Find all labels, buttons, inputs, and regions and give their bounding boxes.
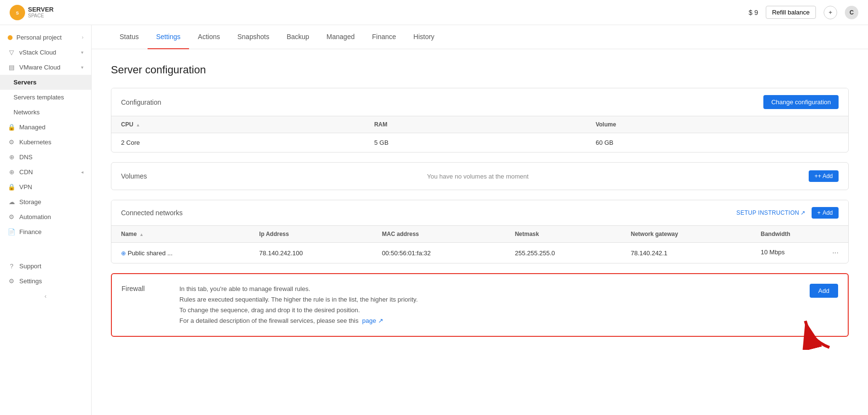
- firewall-add-area: Add: [810, 284, 838, 298]
- sidebar-item-personal-project[interactable]: Personal project ›: [0, 30, 91, 45]
- col-ram: RAM: [365, 116, 586, 133]
- tab-managed[interactable]: Managed: [318, 25, 363, 49]
- col-gateway: Network gateway: [621, 226, 751, 243]
- sidebar-storage-label: Storage: [19, 198, 41, 206]
- firewall-desc-line4: For a detailed description of the firewa…: [179, 316, 800, 326]
- sidebar-collapse-button[interactable]: ‹: [0, 289, 91, 304]
- sidebar-item-networks[interactable]: Networks: [0, 105, 91, 120]
- sidebar-item-vmware[interactable]: ▤ VMware Cloud ▾: [0, 60, 91, 75]
- vstack-chevron-icon: ▾: [81, 50, 83, 55]
- sidebar-item-support[interactable]: ? Support: [0, 259, 91, 274]
- sidebar-item-vstack[interactable]: ▽ vStack Cloud ▾: [0, 45, 91, 60]
- support-icon: ?: [8, 263, 15, 270]
- sidebar-finance-label: Finance: [19, 228, 41, 235]
- networks-card-body: Name ▲ Ip Address MAC address Netmask Ne…: [111, 226, 848, 263]
- sidebar-settings-label: Settings: [19, 277, 42, 285]
- firewall-desc-line1: In this tab, you're able to manage firew…: [179, 284, 800, 294]
- setup-instruction-link[interactable]: SETUP INSTRUCTION ↗: [736, 209, 806, 216]
- tabs-bar: Status Settings Actions Snapshots Backup…: [92, 25, 868, 49]
- sidebar-networks-label: Networks: [14, 109, 40, 116]
- networks-add-button[interactable]: + Add: [812, 207, 839, 219]
- vstack-icon: ▽: [8, 49, 15, 56]
- firewall-add-button[interactable]: Add: [810, 284, 838, 298]
- sidebar-item-storage[interactable]: ☁ Storage: [0, 194, 91, 209]
- sidebar-item-automation[interactable]: ⚙ Automation: [0, 209, 91, 224]
- tab-settings[interactable]: Settings: [148, 25, 190, 49]
- networks-header-actions: SETUP INSTRUCTION ↗ + Add: [736, 207, 839, 219]
- sidebar-item-dns[interactable]: ⊕ DNS: [0, 150, 91, 165]
- ram-value: 5 GB: [365, 133, 586, 152]
- sidebar-vstack-label: vStack Cloud: [19, 49, 56, 56]
- tab-actions[interactable]: Actions: [189, 25, 229, 49]
- volumes-add-button[interactable]: + + Add: [809, 170, 839, 182]
- col-ip: Ip Address: [250, 226, 372, 243]
- tab-history[interactable]: History: [405, 25, 443, 49]
- page-content: Server configuration Configuration Chang…: [92, 49, 868, 361]
- tab-finance[interactable]: Finance: [363, 25, 405, 49]
- col-mac: MAC address: [372, 226, 505, 243]
- row-menu-icon[interactable]: ···: [832, 249, 839, 257]
- logo-sub: SPACE: [28, 13, 54, 18]
- sidebar-automation-label: Automation: [19, 213, 51, 221]
- sidebar-item-finance[interactable]: 📄 Finance: [0, 224, 91, 239]
- change-configuration-button[interactable]: Change configuration: [763, 95, 839, 109]
- name-sort-icon: ▲: [139, 232, 144, 237]
- tab-backup[interactable]: Backup: [278, 25, 318, 49]
- sidebar-project-label: Personal project: [16, 34, 62, 41]
- networks-card-header: Connected networks SETUP INSTRUCTION ↗ +…: [111, 200, 848, 226]
- firewall-card-inner: Firewall In this tab, you're able to man…: [112, 274, 848, 336]
- sidebar-item-servers[interactable]: Servers: [0, 75, 91, 90]
- sidebar-item-settings[interactable]: ⚙ Settings: [0, 274, 91, 289]
- managed-icon: 🔒: [8, 124, 15, 131]
- add-icon-button[interactable]: +: [824, 6, 837, 19]
- network-globe-icon: ⊕: [121, 250, 126, 257]
- configuration-card: Configuration Change configuration CPU ▲…: [111, 88, 849, 152]
- dns-icon: ⊕: [8, 153, 15, 161]
- content-area: Status Settings Actions Snapshots Backup…: [92, 25, 868, 415]
- logo-text: SERVER: [28, 6, 54, 13]
- refill-balance-button[interactable]: Refill balance: [766, 6, 816, 19]
- network-ip: 78.140.242.100: [250, 243, 372, 263]
- header-right: $ 9 Refill balance + C: [748, 6, 858, 19]
- balance-display: $ 9: [748, 9, 758, 16]
- sidebar: Personal project › ▽ vStack Cloud ▾ ▤ VM…: [0, 25, 92, 415]
- tab-status[interactable]: Status: [111, 25, 148, 49]
- configuration-table: CPU ▲ RAM Volume 2 Core 5 GB 60 GB: [111, 116, 848, 152]
- firewall-title: Firewall: [122, 284, 170, 292]
- configuration-card-body: CPU ▲ RAM Volume 2 Core 5 GB 60 GB: [111, 116, 848, 152]
- col-netmask: Netmask: [505, 226, 621, 243]
- volumes-header-title: Volumes: [121, 172, 147, 180]
- sidebar-servers-templates-label: Servers templates: [14, 94, 64, 101]
- networks-header-title: Connected networks: [121, 209, 183, 217]
- sidebar-item-cdn[interactable]: ⊕ CDN ◂: [0, 165, 91, 180]
- sidebar-item-vpn[interactable]: 🔒 VPN: [0, 180, 91, 194]
- storage-icon: ☁: [8, 198, 15, 206]
- logo: S SERVER SPACE: [10, 5, 54, 20]
- sidebar-dns-label: DNS: [19, 153, 32, 161]
- top-header: S SERVER SPACE $ 9 Refill balance + C: [0, 0, 868, 25]
- vpn-icon: 🔒: [8, 183, 15, 191]
- user-avatar[interactable]: C: [845, 6, 858, 19]
- main-layout: Personal project › ▽ vStack Cloud ▾ ▤ VM…: [0, 25, 868, 415]
- volumes-empty-text: You have no volumes at the moment: [427, 173, 529, 180]
- firewall-card: Firewall In this tab, you're able to man…: [111, 273, 849, 337]
- tab-snapshots[interactable]: Snapshots: [229, 25, 278, 49]
- table-row: 2 Core 5 GB 60 GB: [111, 133, 848, 152]
- col-cpu: CPU ▲: [111, 116, 365, 133]
- sidebar-item-managed[interactable]: 🔒 Managed: [0, 120, 91, 135]
- network-mac: 00:50:56:01:fa:32: [372, 243, 505, 263]
- cdn-icon: ⊕: [8, 168, 15, 176]
- firewall-desc-line2: Rules are executed sequentially. The hig…: [179, 294, 800, 305]
- firewall-description: In this tab, you're able to manage firew…: [179, 284, 800, 326]
- sidebar-item-kubernetes[interactable]: ⚙ Kubernetes: [0, 135, 91, 150]
- network-netmask: 255.255.255.0: [505, 243, 621, 263]
- external-link-icon: ↗: [800, 209, 805, 216]
- configuration-card-header: Configuration Change configuration: [111, 88, 848, 116]
- network-bandwidth: 10 Mbps ···: [751, 243, 848, 263]
- sidebar-item-servers-templates[interactable]: Servers templates: [0, 90, 91, 105]
- sidebar-cdn-label: CDN: [19, 168, 33, 176]
- firewall-page-link[interactable]: page ↗: [362, 317, 383, 324]
- sidebar-servers-label: Servers: [14, 79, 37, 86]
- vmware-icon: ▤: [8, 64, 15, 71]
- col-bandwidth: Bandwidth: [751, 226, 848, 243]
